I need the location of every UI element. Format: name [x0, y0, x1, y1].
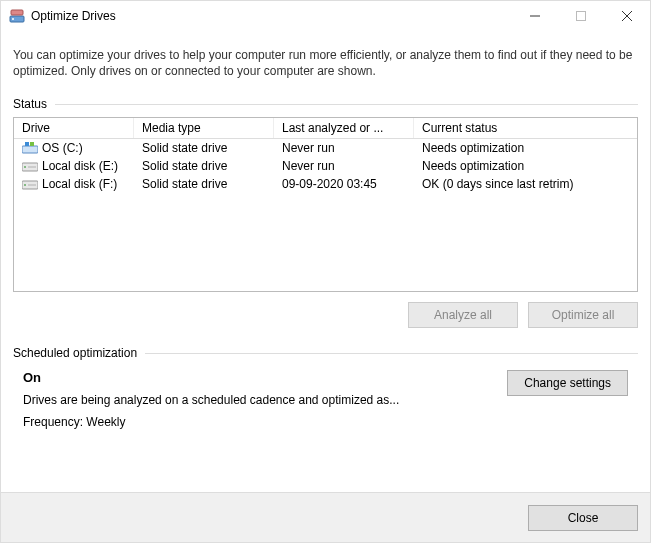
table-row[interactable]: OS (C:)Solid state driveNever runNeeds o…: [14, 139, 637, 157]
svg-point-11: [24, 166, 26, 168]
cell-status: Needs optimization: [414, 158, 637, 174]
cell-media: Solid state drive: [134, 176, 274, 192]
cell-last: Never run: [274, 158, 414, 174]
minimize-button[interactable]: [512, 1, 558, 31]
cell-last: 09-09-2020 03:45: [274, 176, 414, 192]
app-icon: [9, 8, 25, 24]
status-label: Status: [13, 97, 47, 111]
drives-table[interactable]: Drive Media type Last analyzed or ... Cu…: [13, 117, 638, 292]
cell-status: OK (0 days since last retrim): [414, 176, 637, 192]
table-row[interactable]: Local disk (F:)Solid state drive09-09-20…: [14, 175, 637, 193]
cell-drive: Local disk (E:): [14, 158, 134, 174]
close-window-button[interactable]: [604, 1, 650, 31]
col-media[interactable]: Media type: [134, 118, 274, 138]
scheduled-label: Scheduled optimization: [13, 346, 137, 360]
scheduled-frequency: Frequency: Weekly: [23, 415, 495, 429]
action-buttons-row: Analyze all Optimize all: [13, 302, 638, 328]
col-last[interactable]: Last analyzed or ...: [274, 118, 414, 138]
cell-last: Never run: [274, 140, 414, 156]
scheduled-line1: Drives are being analyzed on a scheduled…: [23, 393, 495, 407]
divider: [55, 104, 638, 105]
bottom-bar: Close: [1, 492, 650, 542]
maximize-button[interactable]: [558, 1, 604, 31]
scheduled-text: On Drives are being analyzed on a schedu…: [23, 370, 495, 429]
cell-media: Solid state drive: [134, 140, 274, 156]
analyze-all-button[interactable]: Analyze all: [408, 302, 518, 328]
scheduled-body: On Drives are being analyzed on a schedu…: [13, 366, 638, 429]
window-title: Optimize Drives: [31, 9, 116, 23]
drive-name: Local disk (F:): [42, 177, 117, 191]
svg-rect-4: [577, 12, 586, 21]
drive-name: OS (C:): [42, 141, 83, 155]
svg-rect-9: [30, 142, 34, 146]
svg-rect-15: [28, 184, 36, 186]
scheduled-section-header: Scheduled optimization: [13, 346, 638, 360]
cell-status: Needs optimization: [414, 140, 637, 156]
col-drive[interactable]: Drive: [14, 118, 134, 138]
svg-rect-12: [28, 166, 36, 168]
table-header: Drive Media type Last analyzed or ... Cu…: [14, 118, 637, 139]
cell-media: Solid state drive: [134, 158, 274, 174]
table-body: OS (C:)Solid state driveNever runNeeds o…: [14, 139, 637, 193]
description-text: You can optimize your drives to help you…: [13, 47, 638, 79]
col-status[interactable]: Current status: [414, 118, 637, 138]
svg-point-1: [12, 18, 14, 20]
content-area: You can optimize your drives to help you…: [1, 31, 650, 492]
svg-rect-8: [25, 142, 29, 146]
cell-drive: Local disk (F:): [14, 176, 134, 192]
table-row[interactable]: Local disk (E:)Solid state driveNever ru…: [14, 157, 637, 175]
svg-point-14: [24, 184, 26, 186]
close-button[interactable]: Close: [528, 505, 638, 531]
svg-rect-2: [11, 10, 23, 15]
cell-drive: OS (C:): [14, 140, 134, 156]
scheduled-state: On: [23, 370, 495, 385]
divider: [145, 353, 638, 354]
svg-rect-7: [22, 146, 38, 153]
optimize-all-button[interactable]: Optimize all: [528, 302, 638, 328]
titlebar: Optimize Drives: [1, 1, 650, 31]
change-settings-button[interactable]: Change settings: [507, 370, 628, 396]
drive-name: Local disk (E:): [42, 159, 118, 173]
status-section-header: Status: [13, 97, 638, 111]
